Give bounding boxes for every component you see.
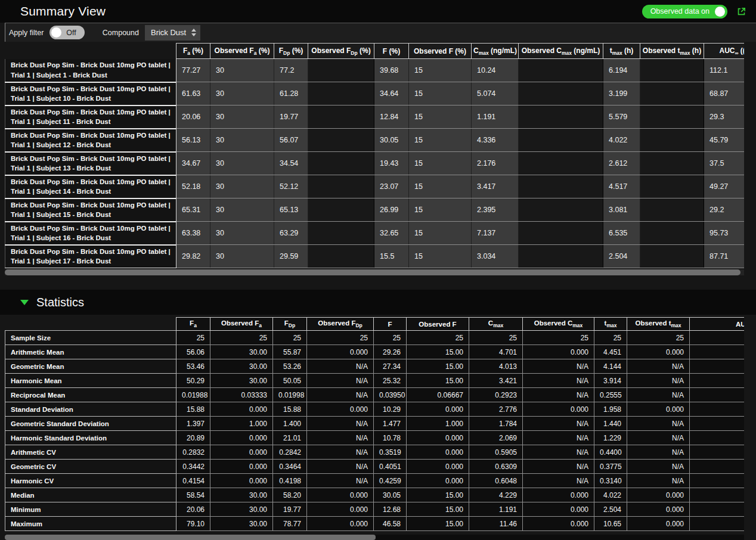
column-header: Observed tmax (h) xyxy=(640,44,704,59)
cell: 7.137 xyxy=(472,222,519,245)
cell: 30.00 xyxy=(210,517,273,531)
cell xyxy=(690,402,745,417)
row-label: Minimum xyxy=(5,502,176,517)
cell: N/A xyxy=(307,359,374,374)
cell: 77.27 xyxy=(176,59,210,82)
cell: 15.00 xyxy=(407,502,469,517)
cell: 0.3140 xyxy=(594,474,627,488)
column-header: Observed Fa (%) xyxy=(210,44,274,59)
cell: 30.00 xyxy=(210,502,273,517)
row-label: Brick Dust Pop Sim - Brick Dust 10mg PO … xyxy=(5,245,176,268)
cell: N/A xyxy=(523,474,594,488)
cell: 0.000 xyxy=(307,488,374,502)
page-horizontal-scrollbar xyxy=(5,535,744,540)
column-header: Observed Cmax xyxy=(523,318,594,331)
cell: 58.20 xyxy=(273,488,307,502)
statistics-collapse-icon[interactable] xyxy=(20,300,29,305)
column-header: FDp xyxy=(273,318,307,331)
cell: 3.421 xyxy=(469,374,523,388)
cell: 19.43 xyxy=(374,152,409,175)
apply-filter-label: Apply filter xyxy=(9,29,44,37)
row-label: Brick Dust Pop Sim - Brick Dust 10mg PO … xyxy=(5,105,176,129)
cell: 0.000 xyxy=(307,502,374,517)
scrollbar-thumb[interactable] xyxy=(5,269,740,275)
table-row: Maximum79.1030.0078.770.00046.5815.0011.… xyxy=(5,517,745,531)
cell: 0.000 xyxy=(523,402,594,417)
cell: 46.58 xyxy=(374,517,407,531)
cell xyxy=(519,105,603,129)
cell: 0.3442 xyxy=(176,460,210,474)
cell: 15.00 xyxy=(407,359,469,374)
cell: 29.2 xyxy=(704,198,745,222)
cell: 2.504 xyxy=(603,245,640,268)
cell: 0.3775 xyxy=(594,460,627,474)
cell: 30 xyxy=(210,59,274,82)
cell xyxy=(640,152,704,175)
cell xyxy=(690,331,745,345)
cell: 30 xyxy=(210,222,274,245)
cell: 1.440 xyxy=(594,417,627,431)
cell: 1.191 xyxy=(469,502,523,517)
cell: 0.000 xyxy=(627,345,690,359)
open-in-new-icon[interactable] xyxy=(736,7,746,17)
cell: 25 xyxy=(307,331,374,345)
cell: 25 xyxy=(627,331,690,345)
cell: 2.504 xyxy=(594,502,627,517)
cell xyxy=(308,222,374,245)
cell: 21.01 xyxy=(273,431,307,445)
table-row: Geometric Mean53.4630.0053.26N/A27.3415.… xyxy=(5,359,745,374)
cell: 0.000 xyxy=(523,502,594,517)
cell: 1.784 xyxy=(469,417,523,431)
statistics-header[interactable]: Statistics xyxy=(0,290,756,315)
cell: 77.2 xyxy=(274,59,308,82)
statistics-section: Statistics FaObserved FaFDpObserved FDpF… xyxy=(0,290,756,531)
table-row: Harmonic Standard Deviation20.890.00021.… xyxy=(5,431,745,445)
cell xyxy=(640,222,704,245)
cell: 0.6309 xyxy=(469,460,523,474)
cell: 0.000 xyxy=(407,460,469,474)
cell: 0.000 xyxy=(210,402,273,417)
corner-cell xyxy=(5,318,176,331)
toggle-knob xyxy=(51,27,61,38)
cell: 30.05 xyxy=(374,129,409,152)
cell: 11.46 xyxy=(469,517,523,531)
cell: 4.701 xyxy=(469,345,523,359)
cell: 1.958 xyxy=(594,402,627,417)
observed-data-toggle[interactable]: Observed data on xyxy=(642,5,727,18)
cell: 0.000 xyxy=(407,431,469,445)
cell: 53.26 xyxy=(273,359,307,374)
cell: 4.336 xyxy=(472,129,519,152)
cell: 2.776 xyxy=(469,402,523,417)
row-label: Harmonic CV xyxy=(5,474,176,488)
cell: 0.000 xyxy=(407,402,469,417)
cell: 4.451 xyxy=(594,345,627,359)
table-row: Arithmetic CV0.28320.0000.2842N/A0.35190… xyxy=(5,445,745,460)
cell xyxy=(690,345,745,359)
column-header: AUC xyxy=(690,318,745,331)
cell: 0.3519 xyxy=(374,445,407,460)
apply-filter-toggle[interactable]: Off xyxy=(49,26,84,39)
cell: 45.79 xyxy=(704,129,745,152)
cell: 5.074 xyxy=(472,82,519,105)
cell: 52.18 xyxy=(176,175,210,198)
cell: 0.000 xyxy=(407,474,469,488)
scrollbar-thumb[interactable] xyxy=(5,535,376,540)
cell: 30 xyxy=(210,105,274,129)
column-header: tmax (h) xyxy=(603,44,640,59)
cell: 15 xyxy=(409,105,472,129)
cell: N/A xyxy=(307,388,374,402)
cell: 25 xyxy=(374,331,407,345)
cell xyxy=(519,175,603,198)
cell: 34.54 xyxy=(274,152,308,175)
cell xyxy=(640,105,704,129)
cell: 0.000 xyxy=(627,488,690,502)
cell: 50.29 xyxy=(176,374,210,388)
cell: 65.31 xyxy=(176,198,210,222)
cell xyxy=(690,502,745,517)
compound-select[interactable]: Brick Dust xyxy=(145,25,200,41)
column-header: F xyxy=(374,318,407,331)
cell: 30.05 xyxy=(374,488,407,502)
cell: 15 xyxy=(409,222,472,245)
cell: 0.03950 xyxy=(374,388,407,402)
cell: 0.4198 xyxy=(273,474,307,488)
